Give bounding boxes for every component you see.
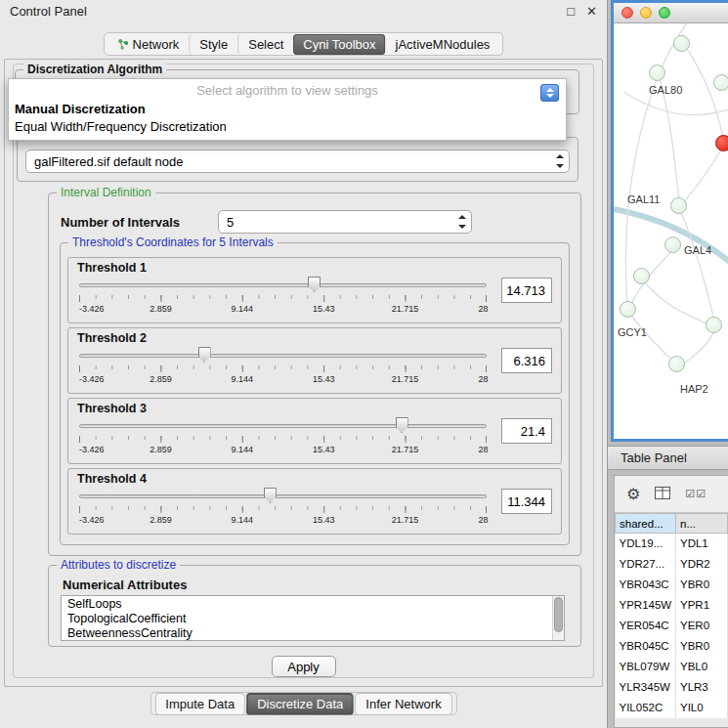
network-node[interactable] [620, 301, 636, 318]
list-item[interactable]: TopologicalCoefficient [67, 612, 564, 626]
group-title: Attributes to discretize [57, 558, 180, 572]
algorithm-option-equal-width[interactable]: Equal Width/Frequency Discretization [9, 118, 566, 136]
table-cell[interactable]: YIL0 [676, 698, 728, 718]
table-data-combo[interactable]: galFiltered.sif default node [25, 150, 570, 173]
network-node-selected[interactable] [715, 135, 728, 151]
close-window-icon[interactable]: ✕ [586, 5, 597, 18]
tab-network[interactable]: Network [107, 34, 190, 55]
select-columns-checkbox-icons[interactable]: ☑☑ [685, 488, 707, 500]
slider-thumb-icon[interactable] [198, 347, 211, 363]
combo-stepper-icon[interactable] [540, 84, 559, 102]
group-title: Discretization Algorithm [23, 63, 166, 76]
group-title: Threshold's Coordinates for 5 Intervals [68, 236, 278, 249]
network-canvas[interactable]: GAL80GAL11GAL4GCY1HAP2 [614, 23, 728, 439]
network-node[interactable] [670, 197, 687, 214]
network-node[interactable] [673, 35, 690, 52]
control-panel-tabbar: Network Style Select Cyni Toolbox jActiv… [104, 32, 504, 56]
tab-impute-data[interactable]: Impute Data [154, 693, 245, 715]
table-header-row: shared... n... [616, 514, 728, 534]
threshold-slider[interactable]: -3.4262.8599.14415.4321.71528 [77, 416, 489, 461]
columns-icon[interactable] [655, 486, 670, 503]
table-cell[interactable]: YIL052C [616, 698, 676, 718]
table-cell[interactable]: YPR145W [616, 595, 676, 616]
tab-select[interactable]: Select [237, 34, 293, 55]
table-row[interactable]: YDR27...YDR2 [616, 554, 728, 575]
attributes-group: Attributes to discretize Numerical Attri… [48, 565, 581, 647]
threshold-value-field[interactable]: 6.316 [501, 348, 552, 373]
threshold-value-field[interactable]: 21.4 [501, 418, 552, 444]
close-traffic-light-icon[interactable] [621, 7, 633, 19]
list-scrollbar[interactable] [552, 596, 564, 640]
slider-scale-label: 21.715 [392, 304, 419, 314]
tab-jactivemnodules[interactable]: jActiveMNodules [386, 34, 500, 55]
control-panel-window: Control Panel □ ✕ Network [0, 0, 608, 728]
network-node[interactable] [649, 64, 665, 81]
slider-thumb-icon[interactable] [308, 277, 321, 292]
gear-icon[interactable]: ⚙ [626, 487, 640, 502]
network-node[interactable] [668, 356, 685, 372]
slider-scale-label: 21.715 [392, 515, 419, 525]
network-window-titlebar[interactable] [614, 3, 728, 23]
tab-infer-network[interactable]: Infer Network [355, 693, 451, 715]
zoom-traffic-light-icon[interactable] [659, 7, 670, 19]
table-row[interactable]: YBR045CYBR0 [616, 636, 728, 657]
tab-style[interactable]: Style [189, 34, 237, 55]
numerical-attributes-list[interactable]: SelfLoopsTopologicalCoefficientBetweenne… [62, 596, 564, 641]
table-cell[interactable]: YBL0 [676, 657, 728, 677]
table-row[interactable]: YBR043CYBR0 [616, 575, 728, 595]
threshold-label: Threshold 4 [77, 472, 489, 486]
table-row[interactable]: YER054CYER0 [616, 616, 728, 636]
table-cell[interactable]: YBR0 [676, 575, 728, 595]
scrollbar-thumb[interactable] [554, 597, 563, 632]
numerical-attributes-label: Numerical Attributes [63, 578, 187, 592]
list-item[interactable]: SelfLoops [67, 597, 564, 612]
table-cell[interactable]: YLR3 [676, 677, 728, 698]
control-panel-titlebar[interactable]: Control Panel □ ✕ [0, 0, 607, 21]
table-cell[interactable]: YDR27... [616, 554, 676, 575]
algorithm-option-manual[interactable]: Manual Discretization [9, 101, 566, 118]
table-cell[interactable]: YPR1 [676, 595, 728, 616]
table-cell[interactable]: YDR2 [676, 554, 728, 575]
slider-scale: -3.4262.8599.14415.4321.71528 [79, 374, 487, 386]
table-cell[interactable]: YBR043C [616, 575, 676, 595]
table-cell[interactable]: YBR0 [676, 636, 728, 657]
table-row[interactable]: YLR345WYLR3 [616, 677, 728, 698]
table-panel-titlebar[interactable]: Table Panel [608, 446, 728, 470]
float-window-icon[interactable]: □ [567, 5, 575, 18]
table-cell[interactable]: YDL1 [676, 534, 728, 554]
network-node[interactable] [664, 236, 681, 253]
table-row[interactable]: YBL079WYBL0 [616, 657, 728, 677]
table-cell[interactable]: YER0 [676, 616, 728, 636]
network-node[interactable] [706, 317, 722, 333]
table-cell[interactable]: YBL079W [616, 657, 676, 677]
tab-label: Discretize Data [257, 697, 343, 711]
slider-scale-label: 28 [478, 304, 488, 314]
network-node[interactable] [713, 74, 728, 91]
slider-scale-label: 9.144 [232, 515, 254, 525]
tab-discretize-data[interactable]: Discretize Data [246, 693, 354, 715]
apply-button[interactable]: Apply [272, 656, 336, 677]
table-cell[interactable]: YDL19... [616, 534, 676, 554]
threshold-slider[interactable]: -3.4262.8599.14415.4321.71528 [77, 346, 489, 391]
threshold-value-field[interactable]: 14.713 [501, 278, 552, 303]
table-cell[interactable]: YER054C [616, 616, 676, 636]
tab-cyni-toolbox[interactable]: Cyni Toolbox [293, 34, 385, 55]
table-cell[interactable]: YBR045C [616, 636, 676, 657]
column-header-name[interactable]: n... [676, 514, 728, 534]
table-row[interactable]: YPR145WYPR1 [616, 595, 728, 616]
table-cell[interactable]: YLR345W [616, 677, 676, 698]
numerical-attributes-listbox: SelfLoopsTopologicalCoefficientBetweenne… [61, 595, 565, 641]
slider-thumb-icon[interactable] [396, 417, 408, 433]
threshold-value-field[interactable]: 11.344 [501, 489, 552, 514]
column-header-shared-name[interactable]: shared... [616, 514, 676, 534]
minimize-traffic-light-icon[interactable] [640, 7, 652, 19]
table-row[interactable]: YIL052CYIL0 [616, 698, 728, 718]
table-row[interactable]: YDL19...YDL1 [616, 534, 728, 554]
threshold-slider[interactable]: -3.4262.8599.14415.4321.71528 [77, 487, 489, 532]
network-node[interactable] [633, 268, 650, 284]
network-node-label: GAL80 [649, 84, 682, 96]
list-item[interactable]: BetweennessCentrality [67, 626, 564, 641]
slider-thumb-icon[interactable] [264, 488, 277, 503]
number-of-intervals-combo[interactable]: 5 [218, 210, 472, 234]
threshold-slider[interactable]: -3.4262.8599.14415.4321.71528 [77, 276, 489, 321]
